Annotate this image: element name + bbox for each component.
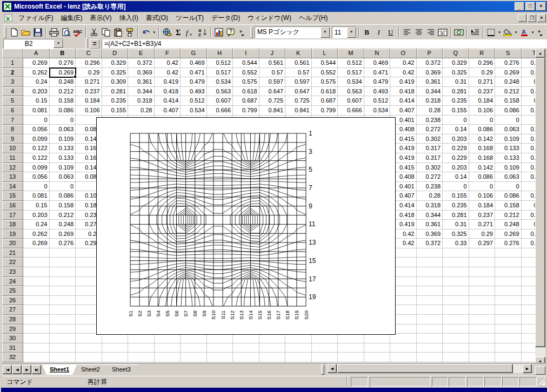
cell-A31[interactable]	[23, 343, 50, 353]
cell-B19[interactable]: 0.269	[50, 229, 76, 239]
cell-S9[interactable]: 0.109	[495, 134, 522, 144]
cell-S14[interactable]: 0	[495, 182, 522, 192]
cell-S6[interactable]: 0.086	[495, 106, 522, 116]
cell-B5[interactable]: 0.158	[50, 96, 76, 106]
row-header-22[interactable]: 22	[2, 258, 23, 267]
cell-Q22[interactable]	[443, 258, 469, 267]
column-header-R[interactable]: R	[469, 49, 496, 58]
cell-S13[interactable]: 0.063	[495, 172, 522, 182]
cell-A19[interactable]: 0.262	[23, 229, 50, 239]
cell-M5[interactable]: 0.607	[338, 96, 364, 106]
cell-J2[interactable]: 0.57	[259, 68, 286, 78]
cell-R15[interactable]: 0.106	[469, 191, 496, 201]
cell-T17[interactable]: 0.203	[522, 211, 536, 220]
menu-item-6[interactable]: データ(D)	[208, 12, 244, 24]
cell-K3[interactable]: 0.597	[285, 77, 312, 87]
cell-A18[interactable]: 0.24	[23, 220, 50, 229]
cell-T29[interactable]	[522, 325, 536, 334]
cell-P10[interactable]: 0.317	[417, 144, 443, 153]
align-center-button[interactable]	[413, 26, 425, 38]
cell-R16[interactable]: 0.184	[469, 201, 496, 211]
vertical-scroll-thumb[interactable]	[535, 58, 545, 347]
paste-function-button[interactable]: fx	[185, 26, 197, 38]
cell-Q3[interactable]: 0.31	[443, 77, 469, 87]
workbook-restore-button[interactable]: ❐	[528, 14, 536, 22]
cell-E6[interactable]: 0.28	[128, 106, 155, 116]
cell-P16[interactable]: 0.318	[417, 201, 443, 211]
cell-L30[interactable]	[312, 334, 338, 343]
cell-R26[interactable]	[469, 296, 496, 306]
cell-R12[interactable]: 0.142	[469, 163, 496, 173]
cell-T10[interactable]: 0.122	[522, 144, 536, 153]
cell-S15[interactable]: 0.086	[495, 191, 522, 201]
cell-Q20[interactable]: 0.33	[443, 239, 469, 248]
cell-N31[interactable]	[364, 343, 391, 353]
cell-T19[interactable]: 0.262	[522, 229, 536, 239]
cell-A3[interactable]: 0.24	[23, 77, 50, 87]
cell-D2[interactable]: 0.325	[102, 68, 129, 78]
cell-P24[interactable]	[417, 277, 443, 287]
column-header-N[interactable]: N	[364, 49, 391, 58]
vertical-scroll-track[interactable]	[535, 347, 545, 357]
cell-T15[interactable]: 0.081	[522, 191, 536, 201]
cell-C6[interactable]: 0.106	[76, 106, 102, 116]
column-header-K[interactable]: K	[285, 49, 312, 58]
cell-T12[interactable]: 0.099	[522, 163, 536, 173]
cell-F4[interactable]: 0.418	[155, 87, 181, 97]
cell-T23[interactable]	[522, 267, 536, 277]
cell-M2[interactable]: 0.517	[338, 68, 364, 78]
cell-R6[interactable]: 0.106	[469, 106, 496, 116]
cell-F31[interactable]	[155, 343, 181, 353]
align-right-button[interactable]	[425, 26, 437, 38]
paste-button[interactable]	[112, 26, 124, 38]
cell-M3[interactable]: 0.534	[338, 77, 364, 87]
cell-B21[interactable]	[50, 248, 76, 258]
menu-item-4[interactable]: 書式(O)	[142, 12, 172, 24]
cell-P23[interactable]	[417, 267, 443, 277]
cell-O5[interactable]: 0.414	[390, 96, 417, 106]
cell-B14[interactable]: 0	[50, 182, 76, 192]
cell-B9[interactable]: 0.109	[50, 134, 76, 144]
row-header-15[interactable]: 15	[2, 191, 23, 201]
horizontal-scroll-track[interactable]	[513, 364, 523, 373]
cell-O32[interactable]	[390, 353, 417, 362]
cell-S25[interactable]	[495, 286, 522, 296]
cell-R3[interactable]: 0.271	[469, 77, 496, 87]
last-sheet-button[interactable]: ▶|	[32, 365, 41, 374]
cell-D1[interactable]: 0.329	[102, 58, 129, 68]
column-header-J[interactable]: J	[259, 49, 286, 58]
cell-J32[interactable]	[259, 353, 286, 362]
cell-P9[interactable]: 0.302	[417, 134, 443, 144]
column-header-H[interactable]: H	[207, 49, 234, 58]
cell-J1[interactable]: 0.561	[259, 58, 286, 68]
cell-T14[interactable]: 0	[522, 182, 536, 192]
cell-B30[interactable]	[50, 334, 76, 343]
cell-C32[interactable]	[76, 353, 102, 362]
column-header-L[interactable]: L	[312, 49, 338, 58]
cell-Q23[interactable]	[443, 267, 469, 277]
cell-B32[interactable]	[50, 353, 76, 362]
cell-L32[interactable]	[312, 353, 338, 362]
cell-K32[interactable]	[285, 353, 312, 362]
cell-M4[interactable]: 0.563	[338, 87, 364, 97]
horizontal-scroll-thumb[interactable]	[337, 364, 513, 373]
cell-P17[interactable]: 0.344	[417, 211, 443, 220]
cell-A21[interactable]	[23, 248, 50, 258]
cell-F32[interactable]	[155, 353, 181, 362]
cell-R13[interactable]: 0.086	[469, 172, 496, 182]
cell-Q27[interactable]	[443, 305, 469, 315]
cell-B27[interactable]	[50, 305, 76, 315]
select-all-corner[interactable]	[2, 49, 23, 58]
cell-Q26[interactable]	[443, 296, 469, 306]
cell-A25[interactable]	[23, 286, 50, 296]
format-painter-button[interactable]	[124, 26, 136, 38]
maximize-button[interactable]: □	[525, 2, 535, 11]
name-box[interactable]: B2 ▼	[3, 39, 64, 49]
column-header-F[interactable]: F	[155, 49, 181, 58]
column-header-C[interactable]: C	[76, 49, 102, 58]
menu-item-3[interactable]: 挿入(I)	[115, 12, 142, 24]
cell-T20[interactable]: 0.269	[522, 239, 536, 248]
cell-S22[interactable]	[495, 258, 522, 267]
row-header-6[interactable]: 6	[2, 106, 23, 116]
cell-S30[interactable]	[495, 334, 522, 343]
